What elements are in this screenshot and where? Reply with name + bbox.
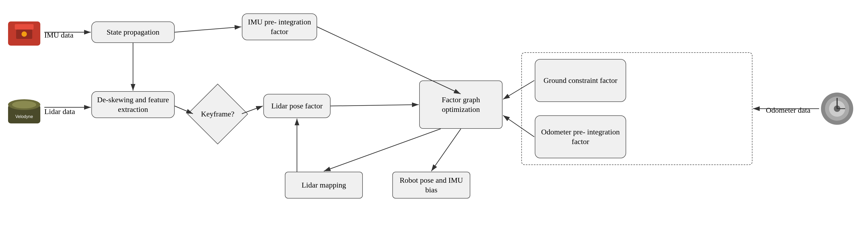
svg-point-3 bbox=[22, 31, 27, 37]
imu-data-label: IMU data bbox=[44, 31, 73, 39]
odometer-icon bbox=[819, 91, 855, 127]
keyframe-diamond: Keyframe? bbox=[193, 90, 242, 138]
svg-point-8 bbox=[12, 101, 36, 108]
deskewing-box: De-skewing and feature extraction bbox=[91, 91, 175, 118]
lidar-factor-box: Lidar pose factor bbox=[264, 94, 331, 118]
state-propagation-box: State propagation bbox=[91, 22, 175, 43]
lidar-icon: Velodyne bbox=[5, 91, 43, 130]
svg-rect-1 bbox=[15, 24, 34, 30]
svg-line-25 bbox=[324, 129, 441, 171]
ground-constraint-box: Ground constraint factor bbox=[535, 59, 626, 102]
lidar-data-label: Lidar data bbox=[44, 107, 75, 116]
lidar-mapping-box: Lidar mapping bbox=[285, 172, 363, 198]
odometer-data-label: Odometer data bbox=[766, 106, 810, 115]
svg-line-24 bbox=[331, 105, 419, 106]
svg-rect-4 bbox=[19, 39, 21, 42]
imu-icon bbox=[8, 22, 40, 46]
svg-rect-5 bbox=[27, 39, 30, 42]
odometer-factor-box: Odometer pre- integration factor bbox=[535, 115, 626, 158]
svg-text:Velodyne: Velodyne bbox=[15, 114, 33, 119]
factor-graph-box: Factor graph optimization bbox=[419, 80, 502, 129]
robot-pose-box: Robot pose and IMU bias bbox=[392, 172, 470, 198]
imu-factor-box: IMU pre- integration factor bbox=[242, 13, 317, 40]
svg-line-18 bbox=[175, 27, 241, 32]
diagram: Velodyne IMU data Lidar data Odometer da… bbox=[0, 0, 868, 231]
svg-line-26 bbox=[431, 129, 461, 171]
